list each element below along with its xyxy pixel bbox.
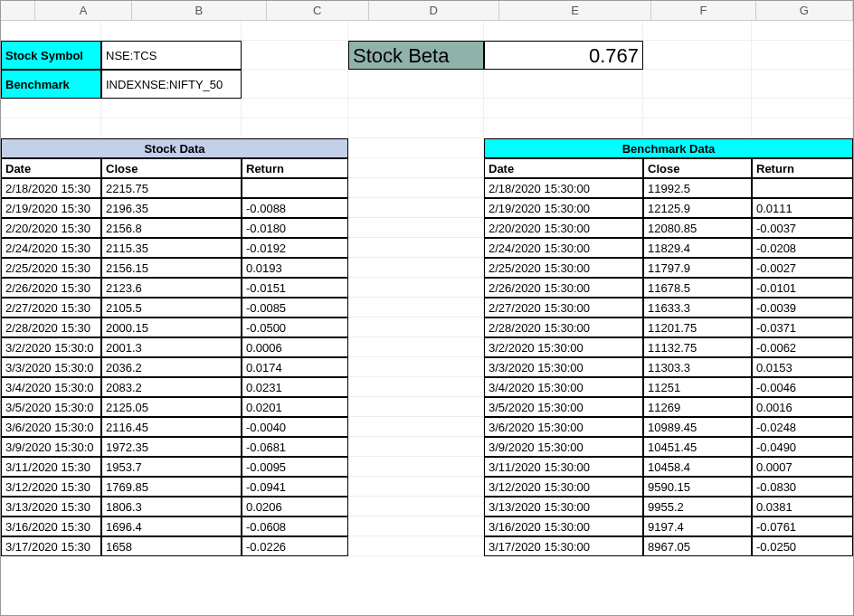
cell[interactable] [752,41,853,70]
stock-return[interactable]: 0.0193 [242,258,348,278]
cell[interactable] [752,70,853,99]
bench-date[interactable]: 2/28/2020 15:30:00 [484,317,643,337]
cell[interactable] [348,516,484,536]
stock-date[interactable]: 2/26/2020 15:30 [1,278,101,298]
stock-date[interactable]: 3/9/2020 15:30:0 [1,437,101,457]
cell[interactable] [484,99,643,118]
bench-return[interactable]: -0.0830 [752,477,853,497]
bench-return[interactable]: 0.0381 [752,497,853,516]
bench-return[interactable] [752,178,853,198]
stock-close[interactable]: 2001.3 [101,337,242,357]
bench-close[interactable]: 12125.9 [643,198,752,218]
bench-close[interactable]: 11269 [643,397,752,417]
bench-date[interactable]: 2/27/2020 15:30:00 [484,298,643,317]
cell[interactable] [348,477,484,497]
bench-return[interactable]: -0.0248 [752,417,853,437]
stock-return[interactable]: -0.0088 [242,198,348,218]
bench-date[interactable]: 2/18/2020 15:30:00 [484,178,643,198]
bench-date[interactable]: 2/20/2020 15:30:00 [484,218,643,238]
stock-close[interactable]: 2156.8 [101,218,242,238]
bench-return[interactable]: -0.0250 [752,536,853,556]
stock-date[interactable]: 2/27/2020 15:30 [1,298,101,317]
stock-close[interactable]: 1769.85 [101,477,242,497]
bench-return[interactable]: 0.0007 [752,457,853,477]
stock-date[interactable]: 2/25/2020 15:30 [1,258,101,278]
stock-close[interactable]: 2123.6 [101,278,242,298]
stock-close[interactable]: 2000.15 [101,317,242,337]
bench-date[interactable]: 3/9/2020 15:30:00 [484,437,643,457]
cell[interactable] [484,118,643,138]
stock-close[interactable]: 2105.5 [101,298,242,317]
bench-date[interactable]: 3/12/2020 15:30:00 [484,477,643,497]
stock-return[interactable]: 0.0201 [242,397,348,417]
value-stock-beta[interactable]: 0.767 [484,41,643,70]
stock-date[interactable]: 2/20/2020 15:30 [1,218,101,238]
stock-return[interactable]: 0.0174 [242,357,348,377]
stock-close[interactable]: 2215.75 [101,178,242,198]
stock-return[interactable]: -0.0095 [242,457,348,477]
bench-header-return[interactable]: Return [752,158,853,178]
stock-return[interactable]: 0.0206 [242,497,348,516]
cell[interactable] [348,218,484,238]
bench-close[interactable]: 11797.9 [643,258,752,278]
stock-close[interactable]: 2156.15 [101,258,242,278]
cell[interactable] [242,99,348,118]
bench-close[interactable]: 12080.85 [643,218,752,238]
cell[interactable] [348,70,484,99]
stock-return[interactable]: -0.0226 [242,536,348,556]
bench-return[interactable]: -0.0371 [752,317,853,337]
bench-return[interactable]: -0.0037 [752,218,853,238]
bench-close[interactable]: 11992.5 [643,178,752,198]
section-benchmark-data[interactable]: Benchmark Data [484,138,853,158]
stock-date[interactable]: 3/5/2020 15:30:0 [1,397,101,417]
label-stock-symbol[interactable]: Stock Symbol [1,41,101,70]
stock-return[interactable]: -0.0681 [242,437,348,457]
bench-date[interactable]: 2/26/2020 15:30:00 [484,278,643,298]
stock-close[interactable]: 2083.2 [101,377,242,397]
stock-close[interactable]: 2116.45 [101,417,242,437]
bench-close[interactable]: 9590.15 [643,477,752,497]
bench-date[interactable]: 2/19/2020 15:30:00 [484,198,643,218]
bench-return[interactable]: 0.0153 [752,357,853,377]
stock-close[interactable]: 2115.35 [101,238,242,258]
bench-return[interactable]: -0.0039 [752,298,853,317]
cell[interactable] [752,21,853,41]
bench-date[interactable]: 3/5/2020 15:30:00 [484,397,643,417]
stock-close[interactable]: 2036.2 [101,357,242,377]
stock-date[interactable]: 3/11/2020 15:30 [1,457,101,477]
bench-return[interactable]: -0.0027 [752,258,853,278]
stock-date[interactable]: 3/2/2020 15:30:0 [1,337,101,357]
bench-close[interactable]: 11829.4 [643,238,752,258]
cell[interactable] [348,138,484,158]
stock-return[interactable]: -0.0151 [242,278,348,298]
cell[interactable] [1,118,101,138]
bench-close[interactable]: 10989.45 [643,417,752,437]
bench-close[interactable]: 11201.75 [643,317,752,337]
stock-date[interactable]: 3/3/2020 15:30:0 [1,357,101,377]
bench-date[interactable]: 3/6/2020 15:30:00 [484,417,643,437]
bench-close[interactable]: 8967.05 [643,536,752,556]
bench-date[interactable]: 2/24/2020 15:30:00 [484,238,643,258]
col-header-f[interactable]: F [651,1,755,20]
stock-return[interactable]: -0.0192 [242,238,348,258]
bench-close[interactable]: 11633.3 [643,298,752,317]
cell[interactable] [101,118,242,138]
cell[interactable] [101,99,242,118]
stock-close[interactable]: 2125.05 [101,397,242,417]
cell[interactable] [484,21,643,41]
stock-date[interactable]: 2/28/2020 15:30 [1,317,101,337]
bench-close[interactable]: 9197.4 [643,516,752,536]
stock-return[interactable]: 0.0006 [242,337,348,357]
cell[interactable] [752,118,853,138]
stock-return[interactable]: 0.0231 [242,377,348,397]
cell[interactable] [348,357,484,377]
grid[interactable]: Stock Symbol NSE:TCS Stock Beta 0.767 Be… [1,21,853,556]
cell[interactable] [348,437,484,457]
bench-close[interactable]: 10458.4 [643,457,752,477]
spreadsheet[interactable]: A B C D E F G Stock Symbol NSE:TCS Stock… [0,0,854,616]
bench-close[interactable]: 11251 [643,377,752,397]
bench-date[interactable]: 2/25/2020 15:30:00 [484,258,643,278]
stock-date[interactable]: 3/4/2020 15:30:0 [1,377,101,397]
stock-return[interactable]: -0.0941 [242,477,348,497]
stock-header-close[interactable]: Close [101,158,242,178]
